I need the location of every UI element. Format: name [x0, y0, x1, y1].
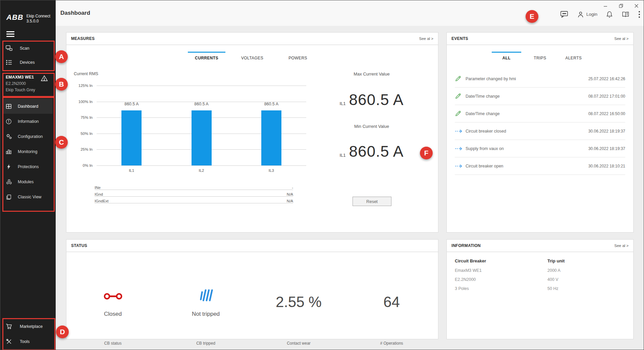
bar-value-label: 860.5 A [194, 102, 208, 106]
x-axis-category: IL1 [129, 168, 134, 172]
abb-logo: ABB [6, 14, 23, 21]
cb-status-block: Closed CB status [66, 252, 159, 339]
contact-wear-value: 2.55 % [252, 294, 345, 310]
sidebar-item-dashboard[interactable]: Dashboard [3, 99, 53, 114]
tab-currents[interactable]: CURRENTS [188, 52, 225, 60]
device-info[interactable]: EMAXM3 WE1 E2.2N2000 Ekip Touch Grey [6, 75, 35, 92]
sidebar-item-monitoring[interactable]: Monitoring [3, 144, 53, 159]
tab-alerts[interactable]: ALERTS [559, 52, 588, 60]
phase-label: IL1 [339, 101, 345, 106]
login-button[interactable]: Login [577, 11, 597, 18]
events-see-all-link[interactable]: See al > [614, 37, 629, 41]
measures-panel: MEASURES See al > CURRENTS VOLTAGES POWE… [66, 32, 438, 233]
sidebar-item-label: Monitoring [18, 149, 37, 154]
phase-label: IL1 [339, 153, 345, 158]
sidebar-item-label: Tools [20, 339, 30, 344]
sidebar-item-configuration[interactable]: Configuration [3, 129, 53, 144]
reset-button[interactable]: Reset [353, 197, 391, 206]
notifications-bell-icon[interactable] [606, 11, 613, 18]
event-row[interactable]: Parameter changed by hmi 25.07.2022 16:4… [455, 70, 625, 88]
warning-triangle-icon [41, 75, 48, 82]
event-timestamp: 08.07.2022 17:01:00 [588, 94, 625, 99]
devices-list-icon [6, 59, 13, 66]
hamburger-menu-icon[interactable] [6, 31, 14, 38]
scan-icon [6, 45, 13, 52]
measure-value: N/A [287, 199, 293, 203]
pencil-edit-icon [455, 110, 463, 117]
sidebar-item-tools[interactable]: Tools [3, 335, 53, 349]
event-row[interactable]: Date/Time change 08.07.2022 16:50:00 [455, 105, 625, 122]
event-row[interactable]: Supply from vaux on 30.06.2022 18:19:37 [455, 140, 625, 157]
operations-block: 64 # Operations [345, 252, 438, 339]
modules-cluster-icon [6, 179, 12, 185]
cb-status-label: CB status [66, 341, 159, 346]
y-axis-tick: 100% In [78, 100, 93, 104]
max-current-value: 860.5 A [349, 91, 404, 109]
measure-label: IGnd [95, 192, 103, 196]
sidebar-item-information[interactable]: Information [3, 114, 53, 129]
event-label: Date/Time change [466, 94, 588, 99]
information-see-all-link[interactable]: See al > [614, 244, 629, 248]
bar-chart-icon [6, 149, 12, 155]
column-header: Trip unit [547, 258, 565, 263]
sidebar-item-label: Marketplace [20, 324, 43, 329]
kebab-menu-icon[interactable] [638, 11, 640, 18]
page-title: Dashboard [60, 10, 90, 16]
chart-title: Current RMS [74, 71, 98, 76]
sidebar-item-label: Classic View [18, 195, 42, 199]
sidebar-item-label: Configuration [18, 134, 43, 139]
table-row: IGnd N/A [95, 190, 293, 197]
sidebar-item-protections[interactable]: Protections [3, 159, 53, 174]
max-current-label: Max Current Value [303, 71, 440, 77]
cb-tripped-label: CB tripped [159, 341, 252, 346]
event-timestamp: 30.06.2022 18:19:37 [588, 129, 625, 134]
sidebar-item-modules[interactable]: Modules [3, 174, 53, 189]
pencil-edit-icon [455, 93, 463, 99]
measures-see-all-link[interactable]: See al > [419, 37, 433, 41]
arrow-right-icon [455, 147, 463, 151]
event-row[interactable]: Circuit breaker open 30.06.2022 18:10:21 [455, 157, 625, 175]
tab-voltages[interactable]: VOLTAGES [233, 52, 271, 60]
sidebar-item-label: Devices [20, 60, 35, 65]
classic-view-icon [6, 194, 12, 200]
event-row[interactable]: Date/Time change 08.07.2022 17:01:00 [455, 88, 625, 105]
events-panel: EVENTS See al > ALL TRIPS ALERTS Paramet… [446, 32, 634, 233]
y-axis-tick: 75% In [80, 115, 93, 119]
information-panel: INFORMATION See al > Circuit Breaker Ema… [446, 239, 634, 339]
sidebar: ABB Ekip Connect 3.5.0.0 Scan [0, 0, 56, 350]
contact-wear-block: 2.55 % Contact wear [252, 252, 345, 339]
tab-powers[interactable]: POWERS [279, 52, 317, 60]
cb-status-value: Closed [66, 311, 159, 317]
y-axis-tick: 25% In [80, 147, 93, 151]
cb-closed-icon [103, 291, 123, 301]
minimize-icon[interactable] [603, 3, 608, 8]
event-label: Supply from vaux on [466, 146, 588, 151]
device-trip-unit: Ekip Touch Grey [6, 88, 35, 92]
close-icon[interactable] [634, 3, 639, 8]
gridline [97, 86, 306, 86]
lightning-icon [6, 164, 12, 170]
bar-value-label: 860.5 A [124, 102, 139, 106]
sidebar-item-label: Dashboard [18, 104, 38, 109]
sidebar-item-marketplace[interactable]: Marketplace [3, 319, 53, 334]
tab-trips[interactable]: TRIPS [525, 52, 555, 60]
info-row: 50 Hz [547, 286, 565, 295]
arrow-right-icon [455, 129, 463, 133]
event-row[interactable]: Circuit breaker closed 30.06.2022 18:19:… [455, 122, 625, 140]
min-current-value: 860.5 A [349, 142, 404, 160]
app-window: ABB Ekip Connect 3.5.0.0 Scan [0, 0, 644, 350]
pencil-edit-icon [455, 76, 463, 82]
info-row: 3 Poles [455, 286, 486, 295]
manual-book-icon[interactable] [622, 11, 630, 18]
sidebar-item-classic-view[interactable]: Classic View [3, 189, 53, 204]
circuit-breaker-column: Circuit Breaker EmaxM3 WE1 E2.2N2000 3 P… [455, 258, 486, 295]
sidebar-item-label: Scan [20, 46, 30, 51]
bar-value-label: 860.5 A [264, 102, 278, 106]
table-row: IGndExt N/A [95, 197, 293, 203]
sidebar-item-scan[interactable]: Scan [3, 41, 53, 55]
tab-all[interactable]: ALL [492, 52, 521, 60]
restore-icon[interactable] [618, 3, 624, 8]
sidebar-item-devices[interactable]: Devices [3, 55, 53, 69]
feedback-chat-icon[interactable] [560, 10, 569, 18]
measures-table: INe - IGnd N/A IGndExt N/A [95, 183, 293, 203]
